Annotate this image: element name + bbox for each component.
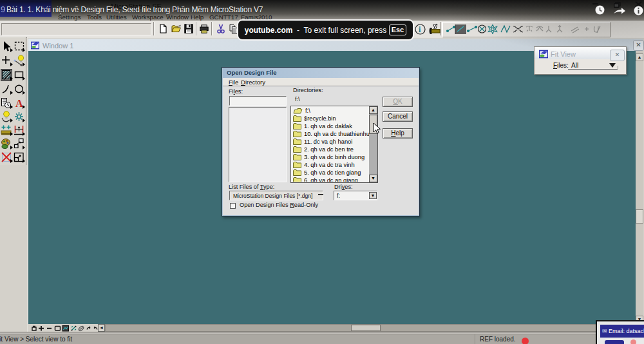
svg-text:i: i bbox=[419, 25, 421, 34]
svg-text:A: A bbox=[15, 98, 23, 109]
